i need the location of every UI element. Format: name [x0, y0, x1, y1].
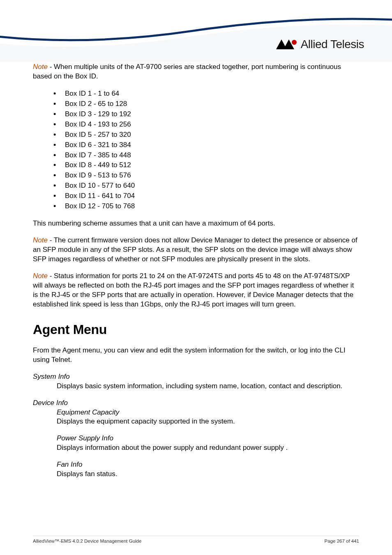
definition-device-info: Device Info Equipment Capacity Displays … — [33, 398, 359, 479]
list-item: Box ID 11 - 641 to 704 — [65, 191, 359, 201]
box-id-list: Box ID 1 - 1 to 64 Box ID 2 - 65 to 128 … — [33, 89, 359, 212]
list-item: Box ID 8 - 449 to 512 — [65, 160, 359, 170]
agent-menu-intro: From the Agent menu, you can view and ed… — [33, 346, 359, 365]
list-item-label: Box ID 5 - 257 to 320 — [65, 131, 131, 138]
brand-name: Allied Telesis — [301, 38, 364, 51]
sub-power-supply: Power Supply Info Displays information a… — [33, 434, 359, 453]
list-item: Box ID 1 - 1 to 64 — [65, 89, 359, 99]
page-footer: AlliedView™-EMS 4.0.2 Device Management … — [33, 536, 359, 543]
list-item: Box ID 9 - 513 to 576 — [65, 170, 359, 181]
list-item: Box ID 4 - 193 to 256 — [65, 120, 359, 130]
desc-system-info: Displays basic system information, inclu… — [33, 382, 359, 391]
list-item: Box ID 2 - 65 to 128 — [65, 99, 359, 109]
definition-system-info: System Info Displays basic system inform… — [33, 372, 359, 391]
note-paragraph-3: Note - Status information for ports 21 t… — [33, 272, 359, 309]
list-item: Box ID 7 - 385 to 448 — [65, 150, 359, 161]
list-item-label: Box ID 1 - 1 to 64 — [65, 90, 119, 97]
svg-point-2 — [292, 40, 297, 45]
page-header: Allied Telesis — [33, 12, 359, 58]
note-text: - The current firmware version does not … — [33, 236, 357, 263]
brand-logo: Allied Telesis — [276, 38, 364, 51]
list-item-label: Box ID 4 - 193 to 256 — [65, 120, 131, 128]
list-item: Box ID 6 - 321 to 384 — [65, 140, 359, 150]
list-item-label: Box ID 12 - 705 to 768 — [65, 202, 135, 210]
note-text: - Status information for ports 21 to 24 … — [33, 272, 354, 308]
note-paragraph-2: Note - The current firmware version does… — [33, 236, 359, 264]
list-item: Box ID 12 - 705 to 768 — [65, 201, 359, 212]
list-item-label: Box ID 8 - 449 to 512 — [65, 161, 131, 169]
note-text: - When multiple units of the AT-9700 ser… — [33, 63, 341, 80]
paragraph-max-ports: This numbering scheme assumes that a uni… — [33, 219, 359, 228]
list-item-label: Box ID 10 - 577 to 640 — [65, 182, 135, 189]
list-item-label: Box ID 9 - 513 to 576 — [65, 171, 131, 179]
footer-page-number: Page 267 of 441 — [325, 539, 359, 543]
sub-fan-info: Fan Info Displays fan status. — [33, 460, 359, 479]
list-item-label: Box ID 6 - 321 to 384 — [65, 141, 131, 149]
note-paragraph-1: Note - When multiple units of the AT-970… — [33, 62, 359, 81]
list-item: Box ID 3 - 129 to 192 — [65, 109, 359, 120]
term-device-info: Device Info — [33, 398, 359, 408]
list-item-label: Box ID 7 - 385 to 448 — [65, 151, 131, 159]
list-item-label: Box ID 11 - 641 to 704 — [65, 192, 135, 200]
term-fan-info: Fan Info — [57, 460, 359, 470]
sub-equipment-capacity: Equipment Capacity Displays the equipmen… — [33, 408, 359, 427]
list-item: Box ID 10 - 577 to 640 — [65, 181, 359, 191]
desc-equipment-capacity: Displays the equipment capacity supporte… — [57, 417, 359, 426]
footer-title: AlliedView™-EMS 4.0.2 Device Management … — [33, 539, 141, 543]
desc-power-supply: Displays information about the power sup… — [57, 443, 359, 453]
term-equipment-capacity: Equipment Capacity — [57, 408, 359, 417]
list-item: Box ID 5 - 257 to 320 — [65, 130, 359, 140]
list-item-label: Box ID 3 - 129 to 192 — [65, 110, 131, 118]
term-system-info: System Info — [33, 372, 359, 382]
desc-fan-info: Displays fan status. — [57, 470, 359, 479]
list-item-label: Box ID 2 - 65 to 128 — [65, 100, 127, 108]
note-label: Note — [33, 236, 48, 244]
note-label: Note — [33, 272, 48, 280]
brand-mark-icon — [276, 39, 297, 50]
term-power-supply: Power Supply Info — [57, 434, 359, 443]
note-label: Note — [33, 63, 48, 71]
agent-menu-heading: Agent Menu — [33, 321, 359, 339]
page-content: Note - When multiple units of the AT-970… — [33, 62, 359, 479]
